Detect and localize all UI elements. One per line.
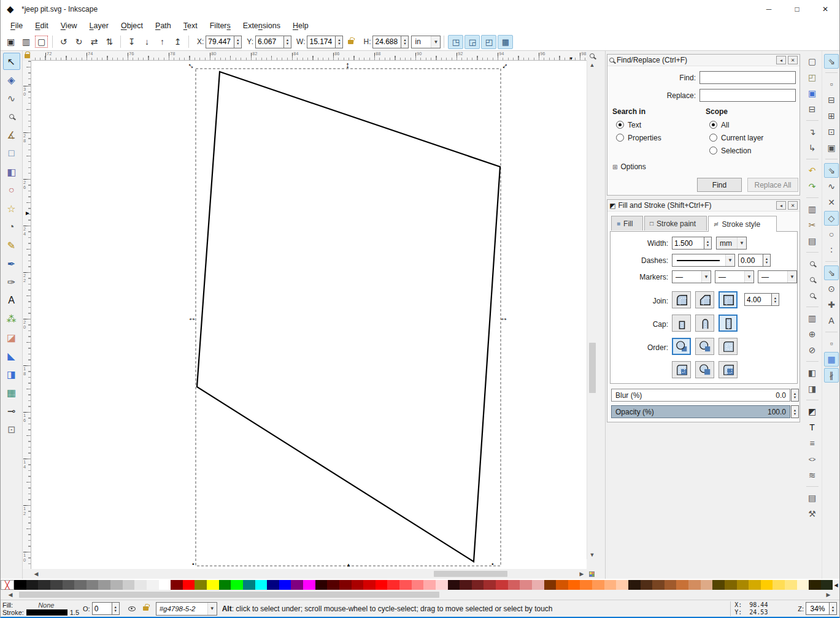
palette-swatch[interactable] (712, 580, 725, 590)
snap-bbox-edges-toggle[interactable]: ⊟ (824, 93, 839, 107)
palette-swatch[interactable] (604, 580, 617, 590)
horizontal-ruler[interactable]: 7274767880828486889092949698▼ (31, 51, 587, 61)
tool-eraser[interactable]: ◪ (3, 329, 20, 346)
search-in-option-properties[interactable]: Properties (616, 131, 661, 144)
tool-bezier-pen[interactable]: ✒ (3, 255, 20, 272)
menu-filters[interactable]: Filters (204, 20, 237, 32)
scope-option-current-layer[interactable]: Current layer (709, 131, 763, 144)
scroll-up-icon[interactable]: ▲ (587, 62, 597, 68)
vscroll-thumb[interactable] (589, 343, 596, 393)
tool-ellipse[interactable]: ○ (3, 181, 20, 199)
raise-button[interactable]: ↑ (155, 34, 170, 49)
snap-bbox-corners-toggle[interactable]: ⊞ (824, 109, 839, 123)
snap-others-toggle[interactable]: ⇘ (824, 265, 839, 280)
tool-node-editor[interactable]: ◈ (3, 71, 20, 88)
export-button[interactable]: ↳ (805, 140, 820, 155)
unlink-clone-button[interactable]: ⊘ (805, 343, 820, 357)
tool-tweak[interactable]: ∿ (3, 90, 20, 107)
menu-view[interactable]: View (55, 20, 83, 32)
print-button[interactable]: ⊟ (805, 102, 820, 116)
ungroup-button[interactable]: ◨ (805, 381, 820, 396)
join-bevel-button[interactable] (695, 291, 714, 308)
snap-bbox-toggle[interactable]: ▫ (824, 77, 839, 91)
new-document-button[interactable]: ▢ (805, 54, 820, 69)
replace-input[interactable] (699, 89, 796, 102)
group-button[interactable]: ◧ (805, 365, 820, 380)
rotate-ccw-button[interactable]: ↺ (56, 34, 71, 49)
palette-swatch[interactable] (761, 580, 773, 590)
palette-swatch[interactable] (568, 580, 580, 590)
miter-limit-spinner[interactable]: ▲▼ (771, 293, 779, 306)
tab-stroke-paint[interactable]: □Stroke paint (644, 216, 707, 231)
palette-swatch[interactable] (26, 580, 39, 590)
replace-all-button[interactable]: Replace All (747, 178, 798, 192)
zoom-drawing-button[interactable] (805, 272, 820, 287)
selection-handle-w[interactable]: ↔ (188, 313, 196, 322)
vertical-scrollbar[interactable]: ▲ ▼ (587, 61, 597, 559)
palette-swatch[interactable] (508, 580, 520, 590)
palette-swatch[interactable] (544, 580, 557, 590)
palette-swatch[interactable] (207, 580, 219, 590)
palette-swatch[interactable] (87, 580, 99, 590)
palette-swatch[interactable] (556, 580, 568, 590)
menu-file[interactable]: File (4, 20, 29, 32)
palette-swatch[interactable] (532, 580, 544, 590)
tool-3d-box[interactable]: ◧ (3, 163, 20, 180)
palette-swatch[interactable] (63, 580, 75, 590)
lock-width-height-icon[interactable] (348, 40, 353, 44)
palette-swatch[interactable] (147, 580, 159, 590)
vertical-ruler[interactable]: 3 02 82 62 42 22 01 81 61 41 21 0▶ (23, 61, 31, 569)
palette-swatch[interactable] (74, 580, 87, 590)
order-stroke-markers-fill-button[interactable] (695, 361, 714, 378)
palette-swatch[interactable] (243, 580, 255, 590)
palette-swatch[interactable] (423, 580, 436, 590)
opacity-spinner[interactable]: ▲▼ (791, 405, 799, 418)
panel-collapse-icon[interactable]: ◂ (776, 56, 786, 64)
panel-close-icon[interactable]: ✕ (788, 56, 798, 64)
opacity-slider[interactable]: Opacity (%) 100.0 (611, 405, 790, 418)
tool-gradient[interactable]: ◨ (3, 365, 20, 383)
layers-dialog-button[interactable]: ≡ (805, 436, 820, 451)
selection-handle-e[interactable]: ↔ (499, 313, 508, 322)
tool-spiral[interactable]: ◔ (3, 218, 20, 235)
text-dialog-button[interactable]: T (805, 420, 820, 435)
snap-guides-toggle[interactable]: ∦ (824, 368, 839, 383)
palette-swatch[interactable] (737, 580, 749, 590)
width-input[interactable] (672, 237, 704, 250)
x-field[interactable] (206, 36, 234, 48)
dashes-dropdown[interactable]: ▼ (672, 254, 735, 267)
palette-scrollbar[interactable]: ◀ ▶ (1, 590, 839, 600)
palette-scroll-left-arrow-icon[interactable]: ◀ (6, 592, 15, 598)
palette-swatch[interactable] (448, 580, 460, 590)
palette-swatch[interactable] (98, 580, 110, 590)
transform-patterns-toggle[interactable]: ▦ (498, 35, 513, 49)
order-markers-fill-stroke-button[interactable] (719, 338, 738, 355)
find-button[interactable]: Find (697, 178, 742, 192)
units-dropdown[interactable]: in ▼ (411, 36, 441, 48)
cap-square-button[interactable] (719, 315, 738, 332)
minimize-button[interactable]: ─ (755, 0, 783, 18)
snap-nodes-toggle[interactable]: ⇘ (824, 163, 839, 178)
lower-to-bottom-button[interactable]: ↧ (124, 34, 139, 49)
xml-editor-button[interactable]: <> (805, 452, 820, 467)
save-document-button[interactable]: ▣ (805, 86, 820, 101)
palette-swatch[interactable] (159, 580, 171, 590)
palette-swatch[interactable] (665, 580, 677, 590)
palette-swatch[interactable] (821, 580, 833, 590)
dash-offset-input[interactable] (738, 254, 763, 267)
palette-swatch[interactable] (496, 580, 508, 590)
palette-swatch[interactable] (592, 580, 604, 590)
tool-rectangle[interactable]: □ (3, 145, 20, 162)
palette-swatch[interactable] (255, 580, 268, 590)
open-document-button[interactable]: ◰ (805, 70, 820, 85)
palette-swatch[interactable] (231, 580, 243, 590)
palette-scroll-right-arrow-icon[interactable]: ▶ (823, 592, 833, 598)
document-properties-button[interactable]: ▤ (805, 490, 820, 505)
fill-value[interactable]: None (38, 601, 54, 609)
zoom-selection-button[interactable] (805, 256, 820, 271)
import-button[interactable]: ↴ (805, 124, 820, 139)
palette-swatch[interactable] (641, 580, 653, 590)
palette-swatch[interactable] (387, 580, 399, 590)
blur-slider[interactable]: Blur (%) 0.0 (611, 389, 790, 402)
palette-swatch[interactable] (412, 580, 424, 590)
